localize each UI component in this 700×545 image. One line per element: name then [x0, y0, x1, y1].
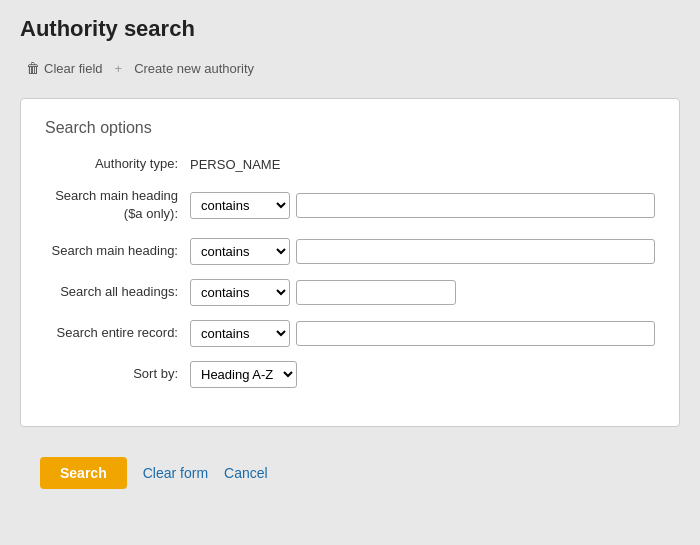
create-new-authority-button[interactable]: Create new authority [128, 57, 260, 80]
search-all-headings-label: Search all headings: [45, 283, 190, 301]
sort-by-select[interactable]: Heading A-Z Heading Z-A [190, 361, 297, 388]
toolbar: 🗑 Clear field + Create new authority [20, 56, 680, 80]
clear-field-button[interactable]: 🗑 Clear field [20, 56, 109, 80]
search-entire-record-input[interactable] [296, 321, 655, 346]
create-new-label: Create new authority [134, 61, 254, 76]
sort-by-row: Sort by: Heading A-Z Heading Z-A [45, 361, 655, 388]
authority-type-row: Authority type: PERSO_NAME [45, 155, 655, 173]
authority-type-label: Authority type: [45, 155, 190, 173]
search-all-headings-input[interactable] [296, 280, 456, 305]
search-main-heading-sa-label: Search main heading ($a only): [45, 187, 190, 223]
cancel-button[interactable]: Cancel [224, 465, 268, 481]
search-main-heading-label: Search main heading: [45, 242, 190, 260]
search-main-heading-controls: contains starts with is [190, 238, 655, 265]
search-entire-record-operator[interactable]: contains starts with is [190, 320, 290, 347]
search-entire-record-controls: contains starts with is [190, 320, 655, 347]
page-title: Authority search [20, 16, 680, 42]
authority-type-controls: PERSO_NAME [190, 157, 655, 172]
search-main-heading-operator[interactable]: contains starts with is [190, 238, 290, 265]
sort-by-label: Sort by: [45, 365, 190, 383]
search-entire-record-label: Search entire record: [45, 324, 190, 342]
search-all-headings-operator[interactable]: contains starts with is [190, 279, 290, 306]
trash-icon: 🗑 [26, 60, 40, 76]
clear-form-button[interactable]: Clear form [143, 465, 208, 481]
search-main-heading-sa-input[interactable] [296, 193, 655, 218]
search-all-headings-row: Search all headings: contains starts wit… [45, 279, 655, 306]
panel-title: Search options [45, 119, 655, 137]
clear-field-label: Clear field [44, 61, 103, 76]
search-main-heading-sa-controls: contains starts with is [190, 192, 655, 219]
search-main-heading-sa-row: Search main heading ($a only): contains … [45, 187, 655, 223]
search-main-heading-sa-operator[interactable]: contains starts with is [190, 192, 290, 219]
bottom-toolbar: Search Clear form Cancel [20, 447, 680, 499]
search-options-panel: Search options Authority type: PERSO_NAM… [20, 98, 680, 427]
search-main-heading-input[interactable] [296, 239, 655, 264]
authority-type-value: PERSO_NAME [190, 157, 280, 172]
search-entire-record-row: Search entire record: contains starts wi… [45, 320, 655, 347]
search-button[interactable]: Search [40, 457, 127, 489]
search-all-headings-controls: contains starts with is [190, 279, 655, 306]
toolbar-divider: + [115, 61, 123, 76]
sort-by-controls: Heading A-Z Heading Z-A [190, 361, 655, 388]
search-main-heading-row: Search main heading: contains starts wit… [45, 238, 655, 265]
